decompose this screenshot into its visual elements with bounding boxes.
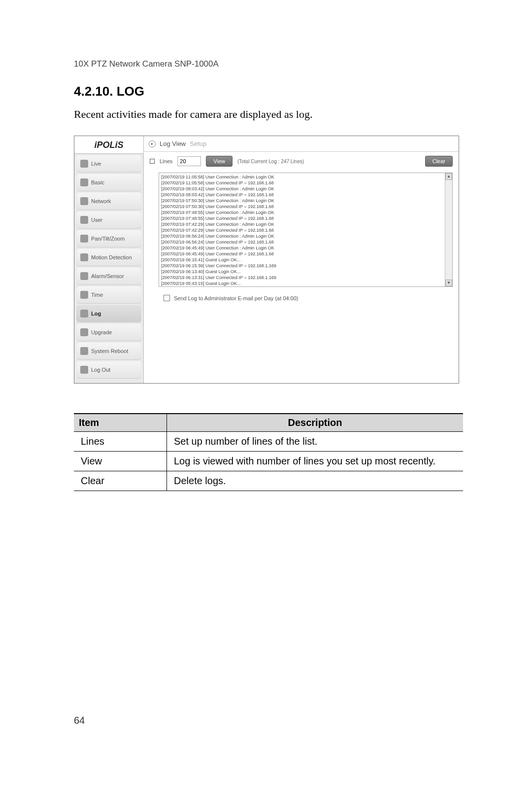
- table-row: Clear Delete logs.: [74, 471, 463, 491]
- log-entry: [2007/02/19 06:15:39] User Connected IP …: [161, 263, 450, 269]
- log-entry: [2007/02/19 11:05:58] User Connected IP …: [161, 180, 450, 186]
- th-desc: Description: [167, 414, 464, 432]
- page-number: 64: [74, 715, 85, 726]
- log-entry: [2007/02/19 07:50:30] User Connection : …: [161, 198, 450, 204]
- bullet-icon: ▸: [149, 141, 156, 147]
- cell-desc: Log is viewed with number of lines you s…: [167, 452, 464, 471]
- nav-live[interactable]: Live: [76, 155, 141, 173]
- log-entry: [2007/02/19 05:43:15] Guest Login OK...: [161, 281, 450, 286]
- description-table: Item Description Lines Set up number of …: [74, 413, 463, 491]
- nav-label: Basic: [91, 179, 104, 185]
- section-title: 4.2.10. LOG: [74, 84, 463, 99]
- email-option-row: Send Log to Administrator E-mail per Day…: [144, 287, 459, 310]
- square-bullet-icon: [150, 159, 155, 164]
- nav-label: System Reboot: [91, 348, 128, 354]
- log-entry: [2007/02/19 06:13:31] User Connected IP …: [161, 275, 450, 281]
- ipolis-logo: iPOLiS: [74, 136, 143, 154]
- nav-label: Live: [91, 161, 101, 167]
- nav-time[interactable]: Time: [76, 286, 141, 304]
- log-entry: [2007/02/19 05:43:15] User Connected IP …: [161, 286, 450, 287]
- log-entry: [2007/02/19 07:42:29] User Connected IP …: [161, 227, 450, 233]
- total-log-count: (Total Current Log : 247 Lines): [237, 159, 304, 164]
- log-entry: [2007/02/19 08:03:42] User Connection : …: [161, 186, 450, 192]
- panel-title-main: Log View: [160, 140, 186, 147]
- nav-label: User: [91, 217, 102, 223]
- nav-label: Pan/Tilt/Zoom: [91, 236, 125, 242]
- lines-label: Lines: [160, 158, 172, 164]
- log-entry: [2007/02/19 07:48:55] User Connected IP …: [161, 215, 450, 221]
- content-panel: ▸ Log View Setup Lines View (Total Curre…: [144, 136, 459, 383]
- log-textarea[interactable]: [2007/02/19 11:05:58] User Connection : …: [159, 173, 453, 287]
- log-lines: [2007/02/19 11:05:58] User Connection : …: [159, 173, 452, 287]
- logout-icon: [80, 366, 88, 374]
- nav-label: Log Out: [91, 367, 110, 373]
- scrollbar[interactable]: ▲ ▼: [445, 173, 452, 286]
- clock-icon: [80, 291, 88, 299]
- nav-alarm[interactable]: Alarm/Sensor: [76, 268, 141, 285]
- cell-item: Clear: [74, 471, 167, 491]
- ptz-icon: [80, 235, 88, 243]
- log-entry: [2007/02/19 07:42:29] User Connection : …: [161, 221, 450, 227]
- log-entry: [2007/02/19 06:13:40] Guest Login OK...: [161, 269, 450, 275]
- nav-ptz[interactable]: Pan/Tilt/Zoom: [76, 230, 141, 247]
- log-icon: [80, 310, 88, 317]
- scroll-up-icon[interactable]: ▲: [445, 173, 452, 180]
- nav-label: Network: [91, 198, 111, 204]
- th-item: Item: [74, 414, 167, 432]
- reboot-icon: [80, 347, 88, 355]
- nav-basic[interactable]: Basic: [76, 174, 141, 191]
- cell-desc: Delete logs.: [167, 471, 464, 491]
- scroll-down-icon[interactable]: ▼: [445, 280, 452, 286]
- cell-desc: Set up number of lines of the list.: [167, 432, 464, 452]
- alarm-icon: [80, 272, 88, 280]
- view-button[interactable]: View: [206, 156, 233, 167]
- cell-item: View: [74, 452, 167, 471]
- table-row: View Log is viewed with number of lines …: [74, 452, 463, 471]
- nav-logout[interactable]: Log Out: [76, 361, 141, 379]
- email-option-label: Send Log to Administrator E-mail per Day…: [174, 295, 299, 301]
- log-entry: [2007/02/19 07:50:30] User Connected IP …: [161, 204, 450, 210]
- lines-input[interactable]: [177, 156, 201, 166]
- panel-title: ▸ Log View Setup: [144, 136, 459, 152]
- network-icon: [80, 197, 88, 205]
- doc-header: 10X PTZ Network Camera SNP-1000A: [74, 59, 463, 69]
- email-checkbox[interactable]: [164, 295, 170, 301]
- nav-label: Log: [91, 311, 101, 317]
- log-entry: [2007/02/19 06:15:41] Guest Login OK...: [161, 257, 450, 263]
- intro-text: Recent activities made for camera are di…: [74, 108, 463, 121]
- table-row: Lines Set up number of lines of the list…: [74, 432, 463, 452]
- log-entry: [2007/02/19 06:56:24] User Connection : …: [161, 233, 450, 239]
- nav-upgrade[interactable]: Upgrade: [76, 324, 141, 341]
- nav-log[interactable]: Log: [76, 305, 141, 322]
- log-view-screenshot: iPOLiS Live Basic Network User Pan/Tilt/…: [74, 136, 459, 384]
- nav-network[interactable]: Network: [76, 193, 141, 210]
- panel-title-sub: Setup: [190, 140, 206, 147]
- gear-icon: [80, 328, 88, 336]
- monitor-icon: [80, 178, 88, 186]
- sidebar: iPOLiS Live Basic Network User Pan/Tilt/…: [74, 136, 144, 383]
- nav-label: Alarm/Sensor: [91, 273, 124, 279]
- motion-icon: [80, 253, 88, 261]
- cell-item: Lines: [74, 432, 167, 452]
- monitor-icon: [80, 160, 88, 168]
- user-icon: [80, 216, 88, 224]
- log-entry: [2007/02/19 06:45:49] User Connected IP …: [161, 251, 450, 257]
- log-entry: [2007/02/19 08:03:42] User Connected IP …: [161, 192, 450, 198]
- nav-label: Motion Detection: [91, 254, 132, 260]
- log-entry: [2007/02/19 06:45:49] User Connection : …: [161, 245, 450, 251]
- log-entry: [2007/02/19 07:48:55] User Connection : …: [161, 210, 450, 215]
- clear-button[interactable]: Clear: [425, 156, 453, 167]
- nav-label: Upgrade: [91, 329, 112, 335]
- log-entry: [2007/02/19 06:56:24] User Connected IP …: [161, 239, 450, 245]
- nav-user[interactable]: User: [76, 211, 141, 229]
- nav-reboot[interactable]: System Reboot: [76, 343, 141, 360]
- log-toolbar: Lines View (Total Current Log : 247 Line…: [144, 152, 459, 171]
- log-entry: [2007/02/19 11:05:58] User Connection : …: [161, 174, 450, 180]
- nav-motion[interactable]: Motion Detection: [76, 249, 141, 266]
- nav-label: Time: [91, 292, 103, 298]
